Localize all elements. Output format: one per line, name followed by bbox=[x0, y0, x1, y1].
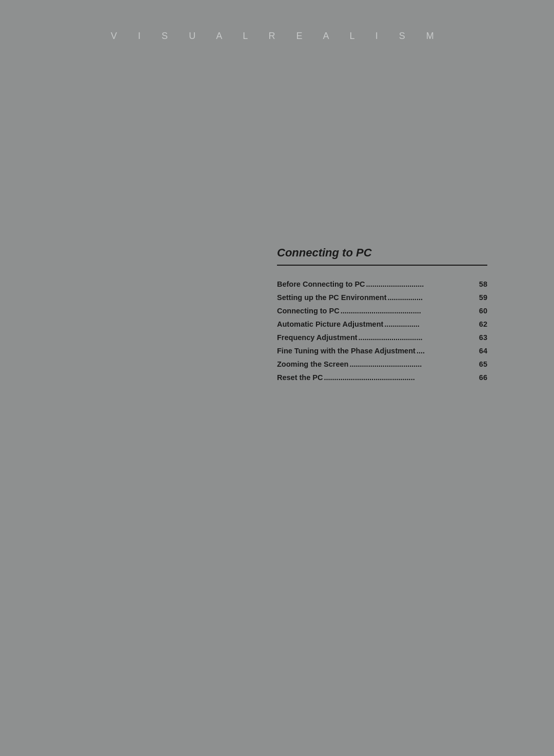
section-title: Connecting to PC bbox=[277, 246, 487, 260]
section-divider bbox=[277, 265, 487, 266]
page-background: V I S U A L R E A L I S M Connecting to … bbox=[0, 0, 554, 756]
toc-dots: ................. bbox=[384, 320, 474, 328]
toc-list: Before Connecting to PC ................… bbox=[277, 280, 487, 382]
toc-item-text: Automatic Picture Adjustment bbox=[277, 320, 383, 328]
toc-page: 66 bbox=[475, 373, 487, 382]
toc-page: 59 bbox=[475, 293, 487, 302]
toc-item: Setting up the PC Environment...........… bbox=[277, 293, 487, 302]
toc-item: Connecting to PC .......................… bbox=[277, 307, 487, 315]
toc-dots: ........................................… bbox=[324, 373, 474, 382]
toc-dots: ............................... bbox=[359, 333, 474, 342]
toc-page: 58 bbox=[475, 280, 487, 288]
toc-item-text: Frequency Adjustment bbox=[277, 333, 358, 342]
toc-dots: ................. bbox=[387, 293, 474, 302]
brand-title: V I S U A L R E A L I S M bbox=[111, 31, 443, 41]
toc-item-text: Zooming the Screen bbox=[277, 360, 348, 368]
toc-item-text: Before Connecting to PC bbox=[277, 280, 365, 288]
toc-dots: .... bbox=[417, 347, 474, 355]
toc-page: 63 bbox=[475, 333, 487, 342]
toc-item-text: Fine Tuning with the Phase Adjustment bbox=[277, 347, 416, 355]
toc-item: Reset the PC ...........................… bbox=[277, 373, 487, 382]
toc-item-text: Connecting to PC bbox=[277, 307, 340, 315]
toc-dots: ....................................... bbox=[341, 307, 474, 315]
toc-item: Zooming the Screen .....................… bbox=[277, 360, 487, 368]
toc-item: Fine Tuning with the Phase Adjustment...… bbox=[277, 347, 487, 355]
header-area: V I S U A L R E A L I S M bbox=[0, 31, 554, 42]
toc-item: Before Connecting to PC ................… bbox=[277, 280, 487, 288]
toc-dots: ............................ bbox=[366, 280, 474, 288]
toc-item: Automatic Picture Adjustment ...........… bbox=[277, 320, 487, 328]
toc-page: 65 bbox=[475, 360, 487, 368]
toc-dots: ................................... bbox=[349, 360, 474, 368]
toc-item-text: Setting up the PC Environment bbox=[277, 293, 386, 302]
toc-item-text: Reset the PC bbox=[277, 373, 323, 382]
toc-page: 62 bbox=[475, 320, 487, 328]
content-panel: Connecting to PC Before Connecting to PC… bbox=[256, 246, 508, 407]
toc-page: 64 bbox=[475, 347, 487, 355]
toc-page: 60 bbox=[475, 307, 487, 315]
toc-item: Frequency Adjustment ...................… bbox=[277, 333, 487, 342]
